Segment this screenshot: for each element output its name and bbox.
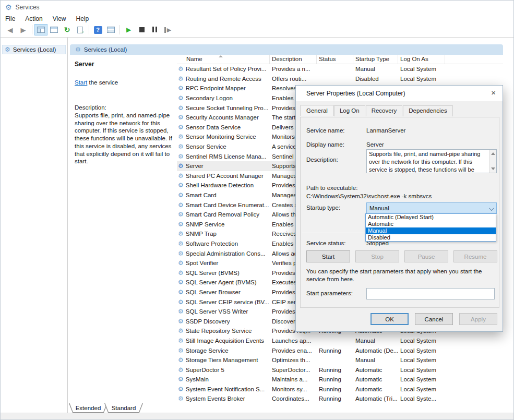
dialog-title: Server Properties (Local Computer) xyxy=(296,90,405,97)
service-name-cell: ⚙Shared PC Account Manager xyxy=(177,173,270,179)
service-gear-icon: ⚙ xyxy=(178,105,184,111)
ok-button[interactable]: OK xyxy=(370,313,409,325)
service-gear-icon: ⚙ xyxy=(178,299,184,305)
service-name-cell: ⚙Resultant Set of Policy Provi... xyxy=(177,66,270,72)
stop-service-icon[interactable] xyxy=(135,24,148,35)
pause-button: Pause xyxy=(404,250,448,262)
show-console-tree-icon[interactable] xyxy=(34,24,47,35)
forward-icon[interactable]: ▶ xyxy=(17,24,30,35)
server-properties-dialog: Server Properties (Local Computer) × Gen… xyxy=(295,85,503,332)
content-header-bar: ⚙ Services (Local) xyxy=(70,44,503,55)
service-startup-cell: Automatic xyxy=(353,376,398,382)
toolbar-separator xyxy=(32,25,32,34)
restart-service-icon[interactable]: ▶ xyxy=(161,24,174,35)
start-button[interactable]: Start xyxy=(306,250,350,262)
service-gear-icon: ⚙ xyxy=(178,221,184,227)
menu-bar: FileActionViewHelp xyxy=(1,14,513,23)
service-gear-icon: ⚙ xyxy=(178,328,184,334)
service-gear-icon: ⚙ xyxy=(178,173,184,179)
service-gear-icon: ⚙ xyxy=(178,76,184,82)
description-scrollbar[interactable] xyxy=(489,150,496,173)
cancel-button[interactable]: Cancel xyxy=(415,313,453,325)
column-header-startup-type[interactable]: Startup Type xyxy=(353,55,398,64)
help-icon[interactable]: ? xyxy=(91,24,104,35)
view-tab-label: Extended xyxy=(69,403,107,413)
service-name-cell: ⚙SuperDoctor 5 xyxy=(177,367,270,373)
back-icon[interactable]: ◀ xyxy=(4,24,17,35)
column-header-status[interactable]: Status xyxy=(317,55,353,64)
service-startup-cell: Automatic (De... xyxy=(353,347,398,354)
dialog-description-text: Supports file, print, and named-pipe sha… xyxy=(369,151,480,173)
service-logon-cell: Local System xyxy=(398,338,445,344)
service-name-cell: ⚙Storage Service xyxy=(177,347,270,354)
service-name-cell: ⚙Secondary Logon xyxy=(177,95,270,101)
column-header-name[interactable]: Name xyxy=(177,55,270,64)
tab-log-on[interactable]: Log On xyxy=(334,105,365,116)
menu-file[interactable]: File xyxy=(5,15,20,23)
scroll-up-icon[interactable] xyxy=(491,152,495,155)
view-tab-standard[interactable]: Standard xyxy=(104,403,143,413)
start-parameters-input[interactable] xyxy=(366,288,495,299)
column-header-description[interactable]: Description xyxy=(270,55,317,64)
dialog-title-bar: Server Properties (Local Computer) × xyxy=(296,86,503,101)
stop-button: Stop xyxy=(355,250,399,262)
scroll-down-icon[interactable] xyxy=(491,167,495,170)
tab-recovery[interactable]: Recovery xyxy=(366,105,403,116)
tab-dependencies[interactable]: Dependencies xyxy=(403,105,453,116)
view-tab-label: Standard xyxy=(104,403,143,413)
service-gear-icon: ⚙ xyxy=(178,95,184,101)
toolbar-separator xyxy=(89,25,89,34)
service-name-cell: ⚙Storage Tiers Management xyxy=(177,357,270,363)
description-label: Description: xyxy=(75,104,172,111)
menu-view[interactable]: View xyxy=(53,15,71,23)
close-icon[interactable]: × xyxy=(491,89,496,97)
service-gear-icon: ⚙ xyxy=(178,124,184,130)
service-row[interactable]: ⚙Routing and Remote AccessOffers routi..… xyxy=(177,74,503,84)
service-name-cell: ⚙System Events Broker xyxy=(177,395,270,402)
window-icon[interactable] xyxy=(47,24,61,35)
service-row[interactable]: ⚙SuperDoctor 5SuperDoctor...RunningAutom… xyxy=(177,365,503,375)
service-row[interactable]: ⚙Resultant Set of Policy Provi...Provide… xyxy=(177,64,503,74)
service-row[interactable]: ⚙System Event Notification S...Monitors … xyxy=(177,385,503,394)
service-name-cell: ⚙Software Protection xyxy=(177,241,270,247)
tab-general[interactable]: General xyxy=(301,105,333,116)
start-service-link[interactable]: Start xyxy=(75,79,87,86)
export-list-icon[interactable] xyxy=(74,24,87,35)
service-startup-cell: Automatic xyxy=(353,386,398,392)
menu-action[interactable]: Action xyxy=(25,15,47,23)
service-startup-cell: Manual xyxy=(353,357,398,363)
service-row[interactable]: ⚙Storage Tiers ManagementOptimizes th...… xyxy=(177,355,503,365)
service-name-cell: ⚙RPC Endpoint Mapper xyxy=(177,85,270,91)
chevron-down-icon xyxy=(489,206,494,211)
dropdown-option-manual[interactable]: Manual xyxy=(366,227,496,234)
startup-type-combobox[interactable]: Manual xyxy=(366,202,497,214)
view-tab-extended[interactable]: Extended xyxy=(69,403,107,413)
tree-item-services-local[interactable]: ⚙ Services (Local) xyxy=(2,45,66,54)
service-row[interactable]: ⚙Storage ServiceProvides ena...RunningAu… xyxy=(177,345,503,355)
dropdown-option-automatic-delayed-start-[interactable]: Automatic (Delayed Start) xyxy=(366,214,496,221)
dialog-description-box[interactable]: Supports file, print, and named-pipe sha… xyxy=(366,149,497,173)
start-service-icon[interactable]: ▶ xyxy=(122,24,135,35)
service-row[interactable]: ⚙System Events BrokerCoordinates...Runni… xyxy=(177,394,503,403)
menu-help[interactable]: Help xyxy=(76,15,94,23)
properties-window-icon[interactable] xyxy=(104,24,117,35)
service-row[interactable]: ⚙Still Image Acquisition EventsLaunches … xyxy=(177,336,503,346)
service-row[interactable]: ⚙SysMainMaintains a...RunningAutomaticLo… xyxy=(177,375,503,385)
dialog-tabs: GeneralLog OnRecoveryDependencies xyxy=(301,105,453,116)
service-name-value: LanmanServer xyxy=(366,127,405,134)
selected-service-title: Server xyxy=(75,61,172,68)
pause-service-icon[interactable] xyxy=(148,24,161,35)
column-header-log-on-as[interactable]: Log On As xyxy=(398,55,445,64)
service-name-cell: ⚙Sensor Data Service xyxy=(177,124,270,130)
window-title: Services xyxy=(16,4,40,11)
service-name-cell: ⚙SQL Server CEIP service (BV... xyxy=(177,299,270,305)
service-name-cell: ⚙SQL Server Browser xyxy=(177,289,270,295)
service-startup-cell: Automatic (Tri... xyxy=(353,395,398,402)
status-bar xyxy=(1,413,513,420)
dropdown-option-automatic[interactable]: Automatic xyxy=(366,221,496,227)
service-name-cell: ⚙SQL Server VSS Writer xyxy=(177,308,270,315)
service-name-cell: ⚙SNMP Trap xyxy=(177,231,270,237)
refresh-icon[interactable]: ↻ xyxy=(61,24,74,35)
dropdown-option-disabled[interactable]: Disabled xyxy=(366,234,496,241)
service-gear-icon: ⚙ xyxy=(178,279,184,285)
